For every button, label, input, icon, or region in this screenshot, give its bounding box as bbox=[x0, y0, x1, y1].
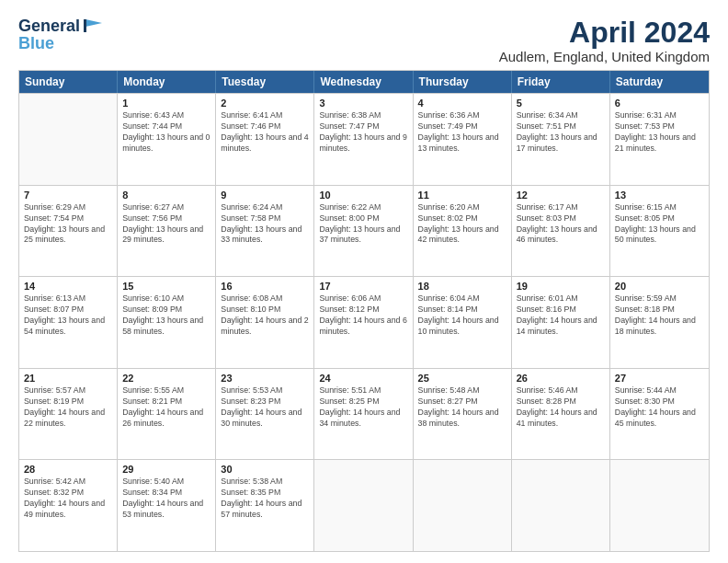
day-number: 13 bbox=[615, 190, 704, 201]
sunrise-text: Sunrise: 6:34 AM bbox=[517, 110, 605, 121]
day-number: 21 bbox=[24, 373, 112, 384]
daylight-text: Daylight: 14 hours and 49 minutes. bbox=[24, 499, 112, 521]
header-sunday: Sunday bbox=[19, 71, 118, 93]
daylight-text: Daylight: 13 hours and 13 minutes. bbox=[418, 132, 506, 155]
calendar-cell-w4-d1: 21Sunrise: 5:57 AMSunset: 8:19 PMDayligh… bbox=[19, 369, 118, 460]
calendar-cell-w1-d2: 1Sunrise: 6:43 AMSunset: 7:44 PMDaylight… bbox=[118, 94, 216, 185]
calendar-cell-w3-d5: 18Sunrise: 6:04 AMSunset: 8:14 PMDayligh… bbox=[414, 277, 512, 368]
sunset-text: Sunset: 8:35 PM bbox=[221, 488, 309, 499]
sunset-text: Sunset: 8:32 PM bbox=[24, 488, 112, 499]
day-number: 5 bbox=[517, 98, 605, 109]
day-number: 12 bbox=[517, 190, 605, 201]
sunset-text: Sunset: 8:05 PM bbox=[615, 213, 704, 224]
sunset-text: Sunset: 8:25 PM bbox=[319, 396, 407, 408]
sunset-text: Sunset: 8:14 PM bbox=[418, 304, 506, 316]
sunset-text: Sunset: 7:49 PM bbox=[418, 121, 506, 132]
sunrise-text: Sunrise: 6:22 AM bbox=[319, 202, 407, 213]
calendar-cell-w1-d1 bbox=[19, 94, 118, 185]
sunrise-text: Sunrise: 6:24 AM bbox=[221, 202, 309, 213]
sunset-text: Sunset: 7:51 PM bbox=[517, 121, 605, 132]
sunrise-text: Sunrise: 5:44 AM bbox=[615, 385, 704, 396]
sunrise-text: Sunrise: 6:13 AM bbox=[24, 293, 112, 304]
daylight-text: Daylight: 13 hours and 17 minutes. bbox=[517, 132, 605, 155]
sunset-text: Sunset: 8:02 PM bbox=[418, 213, 506, 224]
day-number: 1 bbox=[122, 98, 210, 109]
day-number: 16 bbox=[221, 281, 309, 292]
day-number: 22 bbox=[122, 373, 210, 384]
calendar-cell-w5-d3: 30Sunrise: 5:38 AMSunset: 8:35 PMDayligh… bbox=[216, 460, 314, 551]
header: General Blue April 2024 Audlem, England,… bbox=[18, 17, 710, 64]
calendar-week-3: 14Sunrise: 6:13 AMSunset: 8:07 PMDayligh… bbox=[19, 276, 709, 368]
header-saturday: Saturday bbox=[610, 71, 709, 93]
sunrise-text: Sunrise: 5:55 AM bbox=[122, 385, 210, 396]
sunset-text: Sunset: 8:00 PM bbox=[319, 213, 407, 224]
sunset-text: Sunset: 8:23 PM bbox=[221, 396, 309, 408]
calendar-week-1: 1Sunrise: 6:43 AMSunset: 7:44 PMDaylight… bbox=[19, 93, 709, 185]
sunrise-text: Sunrise: 6:10 AM bbox=[122, 293, 210, 304]
day-number: 24 bbox=[319, 373, 407, 384]
sunset-text: Sunset: 7:46 PM bbox=[221, 121, 309, 132]
sunrise-text: Sunrise: 6:20 AM bbox=[418, 202, 506, 213]
day-number: 4 bbox=[418, 98, 506, 109]
sunset-text: Sunset: 8:18 PM bbox=[615, 304, 704, 316]
calendar-cell-w4-d4: 24Sunrise: 5:51 AMSunset: 8:25 PMDayligh… bbox=[314, 369, 413, 460]
daylight-text: Daylight: 14 hours and 6 minutes. bbox=[319, 316, 407, 338]
sunrise-text: Sunrise: 5:40 AM bbox=[122, 477, 210, 488]
calendar-cell-w4-d2: 22Sunrise: 5:55 AMSunset: 8:21 PMDayligh… bbox=[118, 369, 216, 460]
day-number: 11 bbox=[418, 190, 506, 201]
sunset-text: Sunset: 7:54 PM bbox=[24, 213, 112, 224]
calendar-cell-w3-d7: 20Sunrise: 5:59 AMSunset: 8:18 PMDayligh… bbox=[610, 277, 709, 368]
sunset-text: Sunset: 8:34 PM bbox=[122, 488, 210, 499]
location: Audlem, England, United Kingdom bbox=[499, 49, 710, 64]
daylight-text: Daylight: 13 hours and 46 minutes. bbox=[517, 224, 605, 247]
daylight-text: Daylight: 14 hours and 45 minutes. bbox=[615, 408, 704, 430]
calendar-cell-w5-d7 bbox=[610, 460, 709, 551]
logo: General Blue bbox=[18, 17, 104, 53]
calendar-cell-w1-d7: 6Sunrise: 6:31 AMSunset: 7:53 PMDaylight… bbox=[610, 94, 709, 185]
day-number: 6 bbox=[615, 98, 704, 109]
sunrise-text: Sunrise: 5:59 AM bbox=[615, 293, 704, 304]
daylight-text: Daylight: 14 hours and 30 minutes. bbox=[221, 408, 309, 430]
daylight-text: Daylight: 14 hours and 14 minutes. bbox=[517, 316, 605, 338]
day-number: 17 bbox=[319, 281, 407, 292]
sunrise-text: Sunrise: 5:53 AM bbox=[221, 385, 309, 396]
calendar-cell-w5-d1: 28Sunrise: 5:42 AMSunset: 8:32 PMDayligh… bbox=[19, 460, 118, 551]
sunrise-text: Sunrise: 6:08 AM bbox=[221, 293, 309, 304]
daylight-text: Daylight: 13 hours and 50 minutes. bbox=[615, 224, 704, 247]
calendar-cell-w3-d6: 19Sunrise: 6:01 AMSunset: 8:16 PMDayligh… bbox=[512, 277, 610, 368]
day-number: 20 bbox=[615, 281, 704, 292]
calendar-cell-w3-d4: 17Sunrise: 6:06 AMSunset: 8:12 PMDayligh… bbox=[314, 277, 413, 368]
daylight-text: Daylight: 13 hours and 29 minutes. bbox=[122, 224, 210, 247]
sunset-text: Sunset: 8:03 PM bbox=[517, 213, 605, 224]
calendar-cell-w2-d2: 8Sunrise: 6:27 AMSunset: 7:56 PMDaylight… bbox=[118, 186, 216, 277]
calendar-cell-w1-d4: 3Sunrise: 6:38 AMSunset: 7:47 PMDaylight… bbox=[314, 94, 413, 185]
daylight-text: Daylight: 13 hours and 37 minutes. bbox=[319, 224, 407, 247]
calendar-cell-w2-d4: 10Sunrise: 6:22 AMSunset: 8:00 PMDayligh… bbox=[314, 186, 413, 277]
day-number: 9 bbox=[221, 190, 309, 201]
daylight-text: Daylight: 14 hours and 22 minutes. bbox=[24, 408, 112, 430]
calendar-cell-w2-d1: 7Sunrise: 6:29 AMSunset: 7:54 PMDaylight… bbox=[19, 186, 118, 277]
sunrise-text: Sunrise: 6:17 AM bbox=[517, 202, 605, 213]
sunrise-text: Sunrise: 6:01 AM bbox=[517, 293, 605, 304]
sunrise-text: Sunrise: 5:48 AM bbox=[418, 385, 506, 396]
calendar-cell-w5-d4 bbox=[314, 460, 413, 551]
sunset-text: Sunset: 8:19 PM bbox=[24, 396, 112, 408]
day-number: 19 bbox=[517, 281, 605, 292]
daylight-text: Daylight: 14 hours and 26 minutes. bbox=[122, 408, 210, 430]
logo-text-blue: Blue bbox=[18, 34, 54, 53]
sunset-text: Sunset: 8:07 PM bbox=[24, 304, 112, 316]
sunset-text: Sunset: 8:09 PM bbox=[122, 304, 210, 316]
calendar-cell-w5-d6 bbox=[512, 460, 610, 551]
daylight-text: Daylight: 14 hours and 34 minutes. bbox=[319, 408, 407, 430]
calendar-cell-w2-d5: 11Sunrise: 6:20 AMSunset: 8:02 PMDayligh… bbox=[414, 186, 512, 277]
page: General Blue April 2024 Audlem, England,… bbox=[0, 0, 728, 563]
day-number: 2 bbox=[221, 98, 309, 109]
day-number: 25 bbox=[418, 373, 506, 384]
calendar: Sunday Monday Tuesday Wednesday Thursday… bbox=[18, 70, 710, 552]
sunrise-text: Sunrise: 6:04 AM bbox=[418, 293, 506, 304]
day-number: 18 bbox=[418, 281, 506, 292]
calendar-week-5: 28Sunrise: 5:42 AMSunset: 8:32 PMDayligh… bbox=[19, 459, 709, 551]
sunrise-text: Sunrise: 6:41 AM bbox=[221, 110, 309, 121]
sunset-text: Sunset: 8:27 PM bbox=[418, 396, 506, 408]
header-monday: Monday bbox=[118, 71, 216, 93]
